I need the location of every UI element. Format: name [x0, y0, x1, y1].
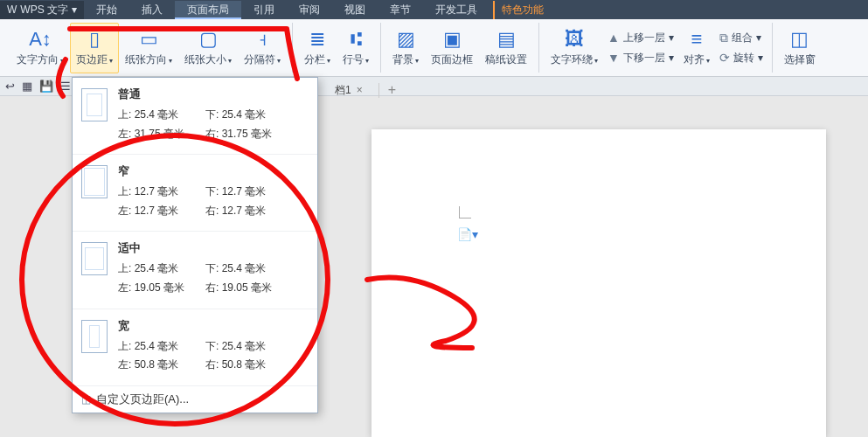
preset-right: 右: 31.75 毫米 — [205, 125, 293, 144]
margins-icon: ▯ — [89, 28, 100, 51]
preset-thumb-icon — [81, 242, 108, 275]
preset-left: 左: 50.8 毫米 — [118, 356, 205, 375]
preset-right: 右: 12.7 毫米 — [205, 202, 293, 221]
line-numbers-label: 行号 — [343, 53, 364, 66]
line-numbers-button[interactable]: ⑆ 行号▾ — [337, 23, 375, 73]
manuscript-button[interactable]: ▤ 稿纸设置 — [479, 23, 533, 73]
manuscript-label: 稿纸设置 — [485, 52, 527, 67]
background-label: 背景 — [392, 53, 413, 66]
preset-title: 适中 — [118, 240, 309, 256]
grid-icon[interactable]: ▦ — [22, 80, 32, 93]
menu-review[interactable]: 审阅 — [287, 1, 332, 19]
margin-preset-moderate[interactable]: 适中上: 25.4 毫米下: 25.4 毫米左: 19.05 毫米右: 19.0… — [73, 232, 317, 309]
orientation-button[interactable]: ▭ 纸张方向▾ — [119, 23, 178, 73]
group-icon: ⧉ — [719, 31, 728, 45]
rotate-icon: ⟳ — [719, 51, 730, 65]
document-tab[interactable]: 档1 × — [319, 83, 379, 98]
menu-view[interactable]: 视图 — [332, 1, 378, 19]
selection-pane-label: 选择窗 — [784, 52, 816, 67]
margin-preset-narrow[interactable]: 窄上: 12.7 毫米下: 12.7 毫米左: 12.7 毫米右: 12.7 毫… — [73, 155, 317, 232]
menu-references[interactable]: 引用 — [241, 1, 287, 19]
manuscript-icon: ▤ — [497, 28, 516, 51]
wps-logo: W — [7, 3, 17, 16]
send-backward-button[interactable]: ▼下移一层▾ — [604, 49, 677, 67]
margin-preset-wide[interactable]: 宽上: 25.4 毫米下: 25.4 毫米左: 50.8 毫米右: 50.8 毫… — [73, 309, 317, 386]
margins-label: 页边距 — [76, 53, 108, 66]
breaks-label: 分隔符 — [244, 53, 275, 66]
custom-margins-item[interactable]: ◫ 自定义页边距(A)... — [73, 386, 317, 413]
app-name-text: WPS 文字 — [20, 3, 68, 17]
rotate-label: 旋转 — [733, 51, 754, 66]
rotate-button[interactable]: ⟳旋转▾ — [716, 49, 767, 67]
margins-button[interactable]: ▯ 页边距▾ — [70, 23, 119, 73]
save-icon[interactable]: 💾 — [39, 80, 53, 93]
background-button[interactable]: ▨ 背景▾ — [386, 23, 425, 73]
preset-bottom: 下: 12.7 毫米 — [205, 183, 293, 202]
text-wrap-label: 文字环绕 — [551, 53, 593, 66]
preset-title: 窄 — [118, 163, 309, 179]
text-direction-icon: A↕ — [29, 28, 52, 51]
menu-special[interactable]: 特色功能 — [493, 1, 556, 19]
text-wrap-icon: 🖼 — [565, 28, 584, 51]
custom-margins-label: 自定义页边距(A)... — [96, 392, 189, 407]
document-page[interactable]: 📄▾ — [372, 129, 826, 437]
close-tab-icon[interactable]: × — [357, 84, 363, 96]
preset-thumb-icon — [81, 88, 108, 121]
page-border-button[interactable]: ▣ 页面边框 — [425, 23, 479, 73]
preset-thumb-icon — [81, 165, 108, 198]
breaks-icon: ⫞ — [258, 28, 267, 51]
page-cursor-icon: 📄▾ — [457, 227, 478, 241]
chevron-down-icon: ▾ — [72, 3, 77, 16]
align-label: 对齐 — [684, 53, 705, 66]
preset-title: 普通 — [118, 87, 309, 102]
preset-left: 左: 19.05 毫米 — [118, 279, 205, 298]
bring-forward-label: 上移一层 — [623, 31, 665, 45]
selection-pane-icon: ◫ — [790, 28, 809, 51]
columns-icon: ≣ — [309, 28, 325, 51]
paper-size-label: 纸张大小 — [184, 53, 226, 66]
paper-size-button[interactable]: ▢ 纸张大小▾ — [178, 23, 238, 73]
menu-devtools[interactable]: 开发工具 — [423, 1, 490, 19]
selection-pane-button[interactable]: ◫ 选择窗 — [778, 23, 822, 73]
text-wrap-button[interactable]: 🖼 文字环绕▾ — [545, 23, 604, 73]
preset-left: 左: 12.7 毫米 — [118, 202, 205, 221]
preset-top: 上: 25.4 毫米 — [118, 106, 205, 125]
align-button[interactable]: ≡ 对齐▾ — [677, 23, 716, 73]
line-numbers-icon: ⑆ — [351, 28, 362, 51]
undo-icon[interactable]: ↩ — [5, 80, 15, 93]
menu-insert[interactable]: 插入 — [129, 1, 175, 19]
text-direction-button[interactable]: A↕ 文字方向▾ — [10, 23, 70, 73]
columns-label: 分栏 — [304, 53, 325, 66]
paper-size-icon: ▢ — [199, 28, 218, 51]
tab-label: 档1 — [335, 83, 351, 98]
custom-margins-icon: ◫ — [81, 393, 91, 406]
new-tab-button[interactable]: + — [379, 82, 405, 98]
preset-bottom: 下: 25.4 毫米 — [205, 260, 293, 279]
breaks-button[interactable]: ⫞ 分隔符▾ — [238, 23, 287, 73]
text-direction-label: 文字方向 — [17, 53, 59, 66]
preset-top: 上: 25.4 毫米 — [118, 337, 205, 357]
menu-page-layout[interactable]: 页面布局 — [175, 1, 241, 19]
columns-button[interactable]: ≣ 分栏▾ — [298, 23, 337, 73]
orientation-label: 纸张方向 — [125, 53, 167, 66]
background-icon: ▨ — [397, 28, 415, 51]
preset-bottom: 下: 25.4 毫米 — [205, 337, 293, 357]
menu-start[interactable]: 开始 — [84, 1, 129, 19]
send-backward-label: 下移一层 — [623, 51, 665, 66]
preset-thumb-icon — [81, 320, 108, 353]
preset-right: 右: 50.8 毫米 — [205, 356, 293, 375]
preset-right: 右: 19.05 毫米 — [205, 279, 293, 298]
document-tabbar: 档1 × + — [319, 80, 405, 100]
menu-icon[interactable]: ☰ — [60, 80, 71, 93]
group-button[interactable]: ⧉组合▾ — [716, 29, 767, 47]
orientation-icon: ▭ — [140, 28, 158, 51]
preset-top: 上: 12.7 毫米 — [118, 183, 205, 202]
preset-left: 左: 31.75 毫米 — [118, 125, 205, 144]
menubar: W WPS 文字 ▾ 开始 插入 页面布局 引用 审阅 视图 章节 开发工具 特… — [0, 0, 868, 19]
app-name[interactable]: W WPS 文字 ▾ — [0, 1, 84, 19]
ribbon: A↕ 文字方向▾ ▯ 页边距▾ ▭ 纸张方向▾ ▢ 纸张大小▾ ⫞ 分隔符▾ ≣… — [0, 19, 868, 77]
margin-preset-normal[interactable]: 普通上: 25.4 毫米下: 25.4 毫米左: 31.75 毫米右: 31.7… — [73, 78, 317, 155]
bring-forward-button[interactable]: ▲上移一层▾ — [604, 29, 677, 47]
send-backward-icon: ▼ — [608, 51, 620, 65]
menu-chapter[interactable]: 章节 — [378, 1, 423, 19]
